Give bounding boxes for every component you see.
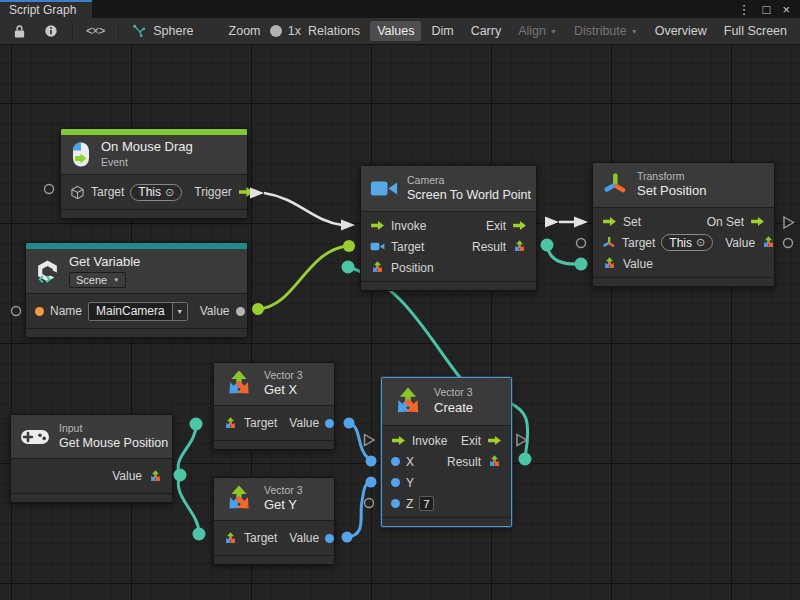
node-category: Vector 3 bbox=[264, 369, 303, 383]
vector3-icon[interactable] bbox=[761, 235, 776, 250]
port-label-target: Target bbox=[244, 416, 277, 430]
wire-trigger-to-invoke bbox=[264, 193, 342, 225]
string-port[interactable] bbox=[35, 307, 44, 316]
flow-arrow-icon[interactable] bbox=[238, 186, 254, 198]
vector3-icon[interactable] bbox=[602, 256, 617, 271]
node-footer bbox=[214, 555, 334, 564]
vector3-icon[interactable] bbox=[148, 469, 163, 484]
code-view-button[interactable]: <×> bbox=[77, 21, 113, 41]
vector3-icon[interactable] bbox=[370, 260, 385, 275]
vector3-icon[interactable] bbox=[512, 239, 527, 254]
flow-arrow-icon[interactable] bbox=[391, 435, 406, 446]
variable-name-dropdown[interactable]: MainCamera ▼ bbox=[88, 302, 188, 321]
script-graph-window: Script Graph ⋮ □ × <×> bbox=[0, 0, 800, 600]
port-label-y: Y bbox=[406, 476, 414, 490]
vector3-icon[interactable] bbox=[223, 416, 238, 431]
node-get-y[interactable]: Vector 3 Get Y Target Value bbox=[213, 477, 335, 565]
flow-arrowhead bbox=[574, 217, 588, 228]
node-footer bbox=[61, 209, 247, 218]
wire-variable-to-target bbox=[258, 246, 349, 309]
node-create-vector3[interactable]: Vector 3 Create Invoke Exit X Result bbox=[381, 377, 512, 527]
maximize-icon[interactable]: □ bbox=[763, 3, 771, 16]
target-self-pill[interactable]: This ⊙ bbox=[661, 234, 713, 251]
kebab-menu-icon[interactable]: ⋮ bbox=[738, 3, 751, 16]
port-label-target: Target bbox=[244, 531, 277, 545]
flow-arrow-icon[interactable] bbox=[487, 435, 502, 446]
values-button[interactable]: Values bbox=[370, 21, 421, 41]
node-get-mouse-position[interactable]: Input Get Mouse Position Value bbox=[10, 414, 173, 503]
wire-endpoint bbox=[190, 418, 203, 431]
dim-button[interactable]: Dim bbox=[424, 21, 460, 41]
wire-gety-to-y bbox=[347, 482, 369, 537]
fullscreen-button[interactable]: Full Screen bbox=[717, 21, 794, 41]
node-title: Get X bbox=[264, 382, 303, 399]
port-label-value: Value bbox=[200, 304, 230, 318]
wire-mouse-to-gety bbox=[178, 475, 199, 533]
wire-endpoint bbox=[252, 303, 264, 315]
node-title: Screen To World Point bbox=[407, 187, 531, 203]
chevron-down-icon: ▼ bbox=[631, 28, 638, 35]
unconnected-port-circle bbox=[45, 185, 54, 194]
camera-icon[interactable] bbox=[370, 241, 385, 252]
unconnected-port-triangle bbox=[517, 435, 527, 446]
wire-endpoint bbox=[342, 261, 355, 274]
node-on-mouse-drag[interactable]: On Mouse Drag Event Target This ⊙ Trigge… bbox=[60, 128, 248, 219]
node-footer bbox=[26, 328, 247, 337]
flow-arrowhead bbox=[545, 217, 559, 228]
flow-arrow-icon[interactable] bbox=[512, 220, 527, 231]
port-label-value: Value bbox=[112, 469, 142, 483]
node-set-position[interactable]: Transform Set Position Set On Set Target bbox=[592, 162, 775, 287]
graph-breadcrumb[interactable]: Sphere bbox=[123, 21, 202, 41]
overview-button[interactable]: Overview bbox=[648, 21, 714, 41]
graph-canvas[interactable]: On Mouse Drag Event Target This ⊙ Trigge… bbox=[0, 45, 800, 600]
port-label-invoke: Invoke bbox=[412, 434, 447, 448]
vector3-icon bbox=[223, 368, 255, 400]
wire-result-to-value bbox=[547, 245, 579, 264]
node-get-variable[interactable]: Get Variable Scene ▼ Name MainCamera ▼ bbox=[25, 242, 248, 338]
float-port[interactable] bbox=[391, 478, 400, 487]
float-port[interactable] bbox=[391, 499, 400, 508]
node-footer bbox=[593, 277, 774, 286]
mouse-icon bbox=[70, 141, 92, 168]
unconnected-port-circle bbox=[784, 239, 793, 248]
tab-script-graph[interactable]: Script Graph bbox=[0, 0, 92, 18]
port-label-value: Value bbox=[289, 416, 319, 430]
port-label-target: Target bbox=[91, 185, 124, 199]
target-self-pill[interactable]: This ⊙ bbox=[130, 184, 182, 201]
node-screen-to-world-point[interactable]: Camera Screen To World Point Invoke Exit… bbox=[360, 165, 537, 291]
vector3-icon[interactable] bbox=[223, 531, 238, 546]
port-label-target: Target bbox=[391, 240, 424, 254]
vector3-icon[interactable] bbox=[487, 454, 502, 469]
wire-endpoint bbox=[343, 240, 355, 252]
port-label-set: Set bbox=[623, 215, 641, 229]
variable-scope-dropdown[interactable]: Scene ▼ bbox=[69, 272, 126, 288]
flow-arrow-icon[interactable] bbox=[750, 216, 765, 227]
align-button[interactable]: Align▼ bbox=[511, 21, 564, 41]
float-port[interactable] bbox=[325, 419, 334, 428]
node-category: Vector 3 bbox=[434, 386, 473, 400]
carry-button[interactable]: Carry bbox=[464, 21, 509, 41]
distribute-button[interactable]: Distribute▼ bbox=[567, 21, 645, 41]
object-port[interactable] bbox=[236, 307, 245, 316]
chevron-down-icon: ▼ bbox=[113, 277, 119, 283]
cube-icon bbox=[70, 185, 85, 200]
flow-arrow-icon[interactable] bbox=[602, 216, 617, 227]
zoom-slider-handle[interactable] bbox=[270, 25, 282, 37]
z-value-field[interactable]: 7 bbox=[419, 496, 433, 511]
unconnected-port-triangle bbox=[784, 217, 794, 228]
port-label-name: Name bbox=[50, 304, 82, 318]
port-label-result: Result bbox=[447, 455, 481, 469]
info-button[interactable] bbox=[35, 21, 67, 41]
flow-arrow-icon[interactable] bbox=[370, 220, 385, 231]
float-port[interactable] bbox=[391, 457, 400, 466]
close-icon[interactable]: × bbox=[782, 3, 790, 16]
node-get-x[interactable]: Vector 3 Get X Target Value bbox=[213, 362, 335, 450]
self-target-icon: ⊙ bbox=[696, 236, 705, 249]
transform-icon[interactable] bbox=[602, 236, 616, 250]
lock-button[interactable] bbox=[4, 21, 35, 42]
float-port[interactable] bbox=[325, 534, 334, 543]
zoom-slider[interactable] bbox=[271, 30, 280, 32]
gamepad-icon bbox=[20, 427, 50, 447]
relations-button[interactable]: Relations bbox=[301, 21, 367, 41]
info-icon bbox=[44, 24, 58, 38]
